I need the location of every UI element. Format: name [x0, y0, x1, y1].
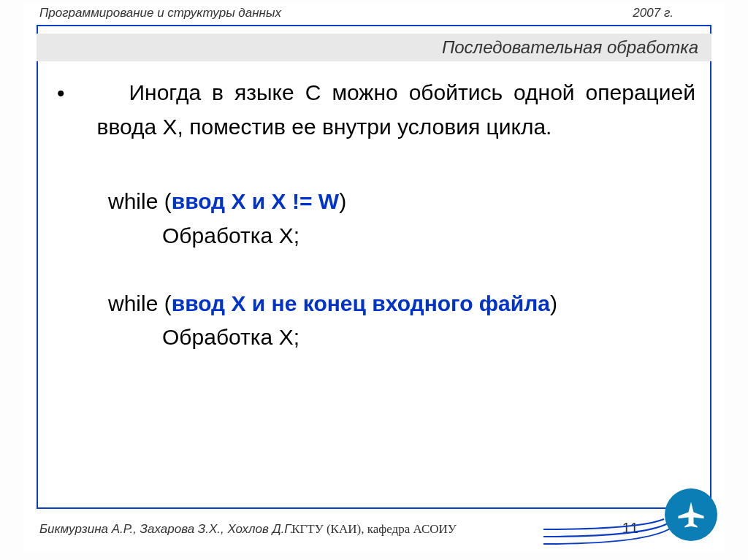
body-2: Обработка X;	[162, 325, 299, 349]
condition-2: ввод X и не конец входного файла	[172, 291, 550, 315]
paren-close-2: )	[550, 291, 557, 315]
course-year: 2007 г.	[633, 6, 673, 20]
condition-1: ввод X и X != W	[172, 189, 339, 213]
code-line-body1: Обработка X;	[108, 219, 695, 253]
code-line-while1: while (ввод X и X != W)	[108, 185, 695, 219]
code-blank	[108, 253, 695, 287]
content-area: • Иногда в языке С можно обойтись одной …	[53, 76, 695, 355]
paragraph-content: Иногда в языке С можно обойтись одной оп…	[97, 80, 695, 139]
page-number: 11	[622, 520, 638, 537]
code-block-1: while (ввод X и X != W) Обработка X; whi…	[108, 185, 695, 355]
while-keyword-1: while (	[108, 189, 172, 213]
logo-circle	[665, 488, 717, 541]
course-title: Программирование и структуры данных	[39, 6, 281, 20]
bullet-item: • Иногда в языке С можно обойтись одной …	[53, 76, 695, 144]
code-line-while2: while (ввод X и не конец входного файла)	[108, 287, 695, 321]
plane-icon	[676, 499, 706, 530]
subtitle-text: Последовательная обработка	[442, 37, 698, 58]
slide-container: Программирование и структуры данных 2007…	[23, 3, 725, 553]
footer-institution: КГТУ (КАИ), кафедра АСОИУ	[23, 522, 725, 537]
bullet-marker: •	[57, 76, 65, 111]
subtitle-bar: Последовательная обработка	[37, 34, 711, 61]
body-1: Обработка X;	[162, 223, 299, 248]
paren-close-1: )	[339, 189, 346, 213]
logo	[650, 488, 717, 548]
paragraph-text: Иногда в языке С можно обойтись одной оп…	[97, 76, 695, 144]
while-keyword-2: while (	[108, 291, 172, 315]
code-line-body2: Обработка X;	[108, 321, 695, 355]
